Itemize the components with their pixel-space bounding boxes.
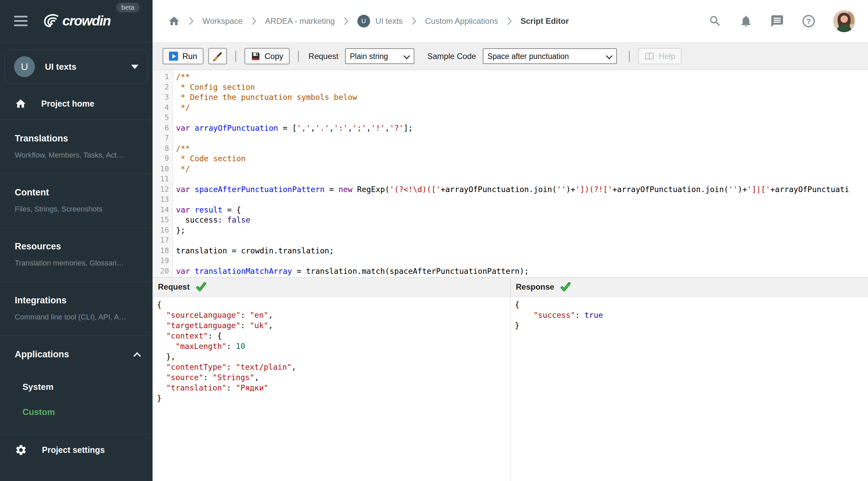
search-icon[interactable] xyxy=(708,14,722,28)
line-number: 6 xyxy=(153,123,169,133)
code-line: { xyxy=(515,300,868,310)
code-line xyxy=(176,113,868,123)
help-label: Help xyxy=(659,52,675,61)
code-line: }; xyxy=(176,225,868,236)
section-title: Resources xyxy=(15,241,143,252)
code-line: }, xyxy=(157,352,510,362)
sidebar-item-system[interactable]: System xyxy=(23,375,143,399)
line-number: 13 xyxy=(153,194,169,205)
sidebar-item-project-settings[interactable]: Project settings xyxy=(0,435,153,466)
breadcrumb-workspace[interactable]: Workspace xyxy=(203,17,243,26)
line-number: 12 xyxy=(153,184,169,195)
crowdin-logo[interactable]: crowdin xyxy=(41,12,110,30)
chat-icon[interactable] xyxy=(770,14,784,28)
breadcrumb-custom-applications[interactable]: Custom Applications xyxy=(425,17,498,26)
request-response-row: Request { "sourceLanguage": "en", "targe… xyxy=(153,277,868,481)
code-line xyxy=(176,133,868,143)
code-editor: 123456789101112131415161718192021 /** * … xyxy=(153,70,868,277)
request-panel-header: Request xyxy=(153,278,510,297)
run-button[interactable]: Run xyxy=(163,48,204,64)
code-line: "contentType": "text/plain", xyxy=(157,362,510,373)
code-line: var result = { xyxy=(176,205,868,215)
request-type-select[interactable]: Plain string xyxy=(345,48,414,64)
request-select-label: Request xyxy=(308,52,338,61)
sidebar-item-content[interactable]: Content Files, Strings, Screenshots xyxy=(0,174,153,228)
section-subtitle: Workflow, Members, Tasks, Act… xyxy=(15,151,143,160)
brush-icon xyxy=(212,51,223,62)
response-json-view: { "success": true} xyxy=(510,297,868,481)
chevron-right-icon xyxy=(507,17,512,26)
sidebar-item-label: Project settings xyxy=(42,445,105,455)
sidebar-item-project-home[interactable]: Project home xyxy=(0,89,153,120)
code-line: translation = crowdin.translation; xyxy=(176,246,868,256)
code-line: var spaceAfterPunctuationPattern = new R… xyxy=(176,184,868,195)
logo-text: crowdin xyxy=(62,13,110,29)
save-icon xyxy=(251,52,260,61)
code-line: * Config section xyxy=(176,82,868,93)
code-line: /** xyxy=(176,143,868,154)
request-select-wrap: Plain string xyxy=(345,48,414,64)
line-number: 15 xyxy=(153,215,169,225)
code-line xyxy=(176,256,868,266)
breadcrumb: Workspace ARDEA - marketing U UI texts C… xyxy=(168,15,569,28)
project-selector[interactable]: U UI texts xyxy=(4,50,148,84)
line-number: 16 xyxy=(153,225,169,236)
section-subtitle: Command line tool (CLI), API, A… xyxy=(15,313,143,321)
section-title: Applications xyxy=(15,349,69,360)
main-area: Workspace ARDEA - marketing U UI texts C… xyxy=(153,0,868,481)
line-number: 8 xyxy=(153,143,169,154)
chevron-right-icon xyxy=(344,17,349,26)
sample-code-select-wrap: Space after punctuation xyxy=(483,48,617,64)
chevron-right-icon xyxy=(411,17,416,26)
breadcrumb-project[interactable]: U UI texts xyxy=(358,15,403,28)
check-icon xyxy=(560,282,571,292)
code-line: "translation": "Рядки" xyxy=(157,383,510,393)
project-avatar: U xyxy=(14,56,35,77)
svg-text:?: ? xyxy=(806,17,811,26)
code-line: { xyxy=(157,300,510,310)
help-icon[interactable]: ? xyxy=(802,14,816,28)
request-panel: Request { "sourceLanguage": "en", "targe… xyxy=(153,278,510,481)
code-line: /** xyxy=(176,72,868,82)
code-line: "sourceLanguage": "en", xyxy=(157,310,510,320)
book-icon xyxy=(644,51,654,61)
chevron-down-icon xyxy=(131,65,138,69)
sidebar-header: crowdin beta xyxy=(0,0,153,42)
copy-label: Copy xyxy=(265,52,283,61)
code-line: * Define the punctuation symbols below xyxy=(176,92,868,103)
applications-header[interactable]: Applications xyxy=(15,349,143,360)
code-line xyxy=(176,174,868,184)
code-line: success: false xyxy=(176,215,868,225)
gear-icon xyxy=(15,444,27,456)
sidebar-item-resources[interactable]: Resources Translation memories, Glossari… xyxy=(0,228,153,282)
home-icon[interactable] xyxy=(168,15,180,27)
line-number: 11 xyxy=(153,174,169,184)
user-avatar[interactable] xyxy=(833,10,855,32)
beta-badge: beta xyxy=(116,3,140,12)
response-panel-header: Response xyxy=(510,278,868,297)
line-number: 4 xyxy=(153,103,169,113)
request-json-editor[interactable]: { "sourceLanguage": "en", "targetLanguag… xyxy=(153,297,510,481)
copy-button[interactable]: Copy xyxy=(244,48,290,64)
project-avatar: U xyxy=(358,15,370,28)
format-button[interactable] xyxy=(208,48,227,64)
toolbar-divider xyxy=(629,51,630,62)
code-line: var arrayOfPunctuation = [',','.',':',';… xyxy=(176,123,868,133)
bell-icon[interactable] xyxy=(739,14,753,28)
chevron-right-icon xyxy=(189,17,194,26)
code-line: "maxLength": 10 xyxy=(157,341,510,352)
sidebar-item-translations[interactable]: Translations Workflow, Members, Tasks, A… xyxy=(0,120,153,173)
section-title: Content xyxy=(15,187,143,198)
editor-code-area[interactable]: /** * Config section * Define the punctu… xyxy=(173,70,868,277)
hamburger-menu-icon[interactable] xyxy=(14,16,28,26)
sidebar-item-integrations[interactable]: Integrations Command line tool (CLI), AP… xyxy=(0,282,153,335)
header-actions: ? xyxy=(708,10,855,32)
sample-code-select[interactable]: Space after punctuation xyxy=(483,48,617,64)
code-line xyxy=(176,235,868,246)
sidebar: crowdin beta U UI texts Project home Tra… xyxy=(0,0,153,481)
breadcrumb-organization[interactable]: ARDEA - marketing xyxy=(265,17,335,26)
help-button[interactable]: Help xyxy=(638,48,682,64)
code-line: */ xyxy=(176,103,868,113)
editor-gutter: 123456789101112131415161718192021 xyxy=(153,70,173,277)
sidebar-item-custom[interactable]: Custom xyxy=(23,399,143,425)
